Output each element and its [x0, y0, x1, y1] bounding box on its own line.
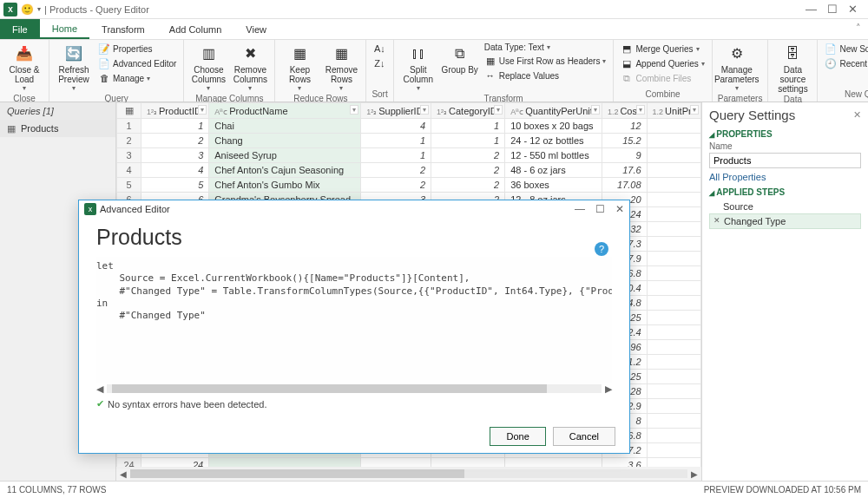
minimize-icon[interactable]: — [806, 3, 817, 16]
cell[interactable] [647, 296, 700, 311]
filter-dropdown-icon[interactable]: ▾ [690, 105, 699, 115]
cell[interactable] [647, 429, 700, 443]
cell[interactable]: 12 [602, 119, 647, 134]
filter-dropdown-icon[interactable]: ▾ [494, 105, 503, 115]
cell[interactable]: 4 [361, 119, 431, 134]
cell[interactable]: 17.08 [602, 178, 647, 193]
cell[interactable]: 2 [361, 178, 431, 193]
close-load-button[interactable]: 📥Close & Load [5, 42, 43, 93]
cell[interactable] [647, 414, 700, 429]
row-number[interactable]: 1 [117, 119, 141, 134]
cell[interactable]: Aniseed Syrup [209, 148, 361, 163]
sort-asc-button[interactable]: A↓ [372, 42, 387, 56]
cell[interactable]: 3.6 [602, 458, 647, 468]
cell[interactable] [647, 281, 700, 296]
column-header-productid[interactable]: 1²₃ProductID▾ [141, 103, 209, 119]
cell[interactable] [647, 266, 700, 281]
cell[interactable] [647, 222, 700, 237]
split-column-button[interactable]: ⫿⫿Split Column [399, 42, 437, 93]
query-name-input[interactable] [709, 153, 861, 168]
cell[interactable] [647, 325, 700, 340]
data-source-settings-button[interactable]: 🗄Data source settings [773, 42, 812, 94]
editor-scrollbar-thumb[interactable] [112, 384, 548, 393]
done-button[interactable]: Done [490, 427, 545, 446]
tab-transform[interactable]: Transform [89, 19, 157, 39]
column-header-quantityperunit[interactable]: AᴮᴄQuantityPerUnit▾ [505, 103, 602, 119]
cell[interactable] [647, 340, 700, 355]
cell[interactable] [647, 207, 700, 222]
first-row-headers-button[interactable]: ▦Use First Row as Headers [483, 54, 608, 68]
advanced-editor-button[interactable]: 📄Advanced Editor [96, 56, 178, 70]
cell[interactable]: 17.6 [602, 163, 647, 178]
step-source[interactable]: Source [709, 200, 861, 213]
close-icon[interactable]: ✕ [848, 3, 858, 16]
close-settings-icon[interactable]: ✕ [853, 109, 861, 121]
row-number[interactable]: 2 [117, 134, 141, 148]
group-by-button[interactable]: ⧉Group By [441, 42, 479, 75]
cell[interactable] [647, 148, 700, 163]
manage-button[interactable]: 🗑Manage [96, 71, 178, 85]
column-header-productname[interactable]: AᴮᴄProductName▾ [209, 103, 361, 119]
cell[interactable]: 4 [141, 163, 209, 178]
filter-dropdown-icon[interactable]: ▾ [591, 105, 600, 115]
remove-columns-button[interactable]: ✖Remove Columns [231, 42, 269, 93]
cell[interactable]: 1 [431, 119, 505, 134]
scroll-right-icon[interactable]: ▶ [691, 469, 698, 479]
cell[interactable]: 48 - 6 oz jars [505, 163, 602, 178]
append-queries-button[interactable]: ⬓Append Queries [619, 56, 706, 70]
cell[interactable] [505, 458, 602, 468]
tab-view[interactable]: View [233, 19, 279, 39]
cell[interactable]: 15.2 [602, 134, 647, 148]
editor-scroll-right-icon[interactable]: ▶ [605, 383, 612, 395]
cell[interactable] [647, 178, 700, 193]
refresh-preview-button[interactable]: 🔄Refresh Preview [55, 42, 93, 93]
cell[interactable] [647, 193, 700, 207]
cell[interactable]: 2 [361, 163, 431, 178]
cell[interactable] [647, 399, 700, 414]
tab-add-column[interactable]: Add Column [157, 19, 234, 39]
cell[interactable] [647, 252, 700, 266]
cell[interactable]: 1 [141, 119, 209, 134]
editor-scrollbar[interactable]: ◀ ▶ [96, 383, 612, 395]
cell[interactable]: 2 [431, 148, 505, 163]
dropdown-icon[interactable]: ▾ [37, 5, 41, 13]
scroll-left-icon[interactable]: ◀ [120, 469, 127, 479]
filter-dropdown-icon[interactable]: ▾ [350, 105, 358, 115]
maximize-icon[interactable]: ☐ [827, 3, 838, 16]
cancel-button[interactable]: Cancel [553, 427, 615, 446]
ribbon-collapse-icon[interactable]: ˄ [849, 19, 868, 39]
merge-queries-button[interactable]: ⬒Merge Queries [619, 42, 706, 56]
manage-parameters-button[interactable]: ⚙Manage Parameters [718, 42, 756, 93]
replace-values-button[interactable]: ↔Replace Values [483, 69, 608, 82]
cell[interactable]: 2 [141, 134, 209, 148]
cell[interactable] [431, 458, 505, 468]
cell[interactable]: 12 - 550 ml bottles [505, 148, 602, 163]
cell[interactable]: 9 [602, 148, 647, 163]
all-properties-link[interactable]: All Properties [709, 172, 861, 182]
cell[interactable] [647, 370, 700, 384]
column-header-cost[interactable]: 1.2Cost▾ [602, 103, 647, 119]
cell[interactable]: 1 [431, 134, 505, 148]
emoji-icon[interactable]: 🙂 [21, 3, 34, 16]
help-icon[interactable]: ? [595, 242, 608, 256]
cell[interactable] [361, 458, 431, 468]
cell[interactable] [647, 119, 700, 134]
editor-scroll-left-icon[interactable]: ◀ [96, 383, 103, 395]
cell[interactable]: Chang [209, 134, 361, 148]
cell[interactable] [647, 384, 700, 399]
cell[interactable]: 1 [361, 134, 431, 148]
choose-columns-button[interactable]: ▥Choose Columns [189, 42, 227, 93]
query-item-products[interactable]: Products [0, 120, 115, 137]
dialog-maximize-icon[interactable]: ☐ [595, 203, 605, 215]
cell[interactable] [647, 237, 700, 252]
cell[interactable]: Chef Anton's Gumbo Mix [209, 178, 361, 193]
cell[interactable]: 10 boxes x 20 bags [505, 119, 602, 134]
cell[interactable]: 2 [431, 178, 505, 193]
cell[interactable] [647, 443, 700, 458]
cell[interactable]: 3 [141, 148, 209, 163]
row-number[interactable]: 3 [117, 148, 141, 163]
combine-files-button[interactable]: ⧉Combine Files [619, 71, 706, 85]
column-header-categoryid[interactable]: 1²₃CategoryID▾ [431, 103, 505, 119]
scrollbar-thumb[interactable] [130, 469, 464, 478]
row-number[interactable]: 24 [117, 458, 141, 468]
